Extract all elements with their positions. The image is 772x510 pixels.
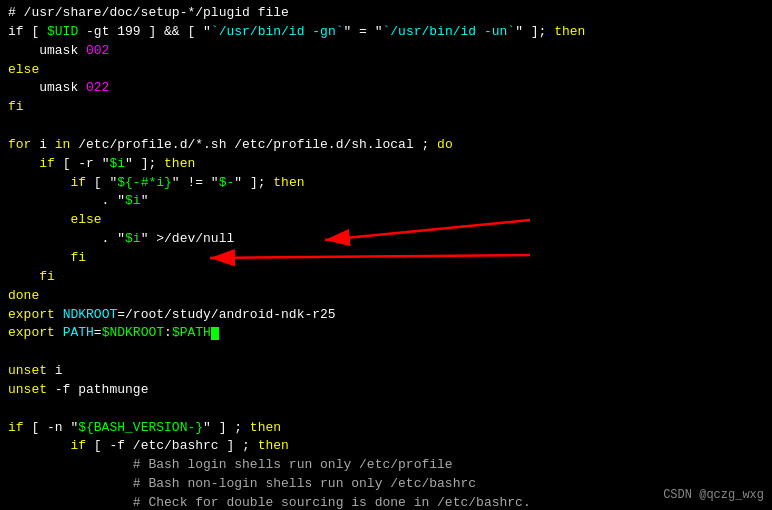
code-line: # Bash login shells run only /etc/profil… — [8, 456, 764, 475]
terminal-window: # /usr/share/doc/setup-*/plugid file if … — [0, 0, 772, 510]
code-line: umask 002 — [8, 42, 764, 61]
code-line: unset -f pathmunge — [8, 381, 764, 400]
code-line: # Check for double sourcing is done in /… — [8, 494, 764, 510]
code-line: else — [8, 61, 764, 80]
code-line: if [ -n "${BASH_VERSION-}" ] ; then — [8, 419, 764, 438]
code-line: if [ -f /etc/bashrc ] ; then — [8, 437, 764, 456]
code-line — [8, 343, 764, 362]
code-line: . "$i" >/dev/null — [8, 230, 764, 249]
code-line: done — [8, 287, 764, 306]
watermark: CSDN @qczg_wxg — [663, 488, 764, 502]
code-line: . "$i" — [8, 192, 764, 211]
code-line — [8, 117, 764, 136]
code-line: fi — [8, 98, 764, 117]
code-line: export PATH=$NDKROOT:$PATH — [8, 324, 764, 343]
code-line: if [ $UID -gt 199 ] && [ "`/usr/bin/id -… — [8, 23, 764, 42]
code-line: if [ -r "$i" ]; then — [8, 155, 764, 174]
code-line: # /usr/share/doc/setup-*/plugid file — [8, 4, 764, 23]
code-line: umask 022 — [8, 79, 764, 98]
code-line: fi — [8, 268, 764, 287]
code-line: unset i — [8, 362, 764, 381]
code-line: else — [8, 211, 764, 230]
code-line: for i in /etc/profile.d/*.sh /etc/profil… — [8, 136, 764, 155]
code-line — [8, 400, 764, 419]
code-line: # Bash non-login shells run only /etc/ba… — [8, 475, 764, 494]
code-line: if [ "${-#*i}" != "$-" ]; then — [8, 174, 764, 193]
code-line: export NDKROOT=/root/study/android-ndk-r… — [8, 306, 764, 325]
code-line: fi — [8, 249, 764, 268]
